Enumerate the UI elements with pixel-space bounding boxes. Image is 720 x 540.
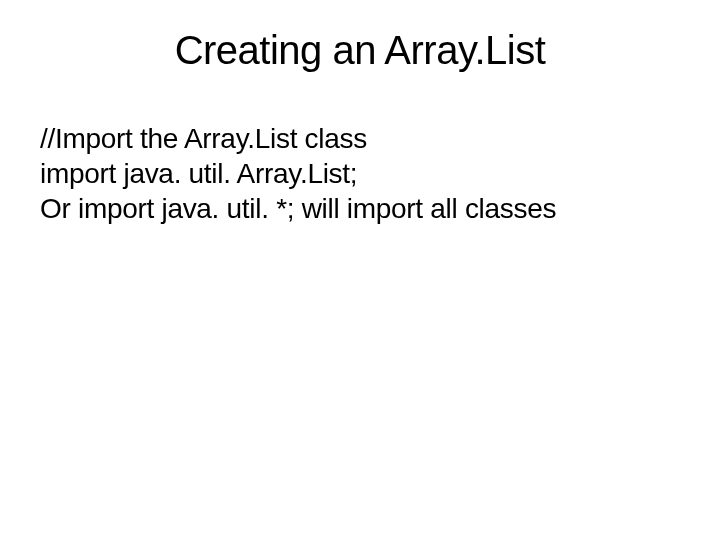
body-line-1: //Import the Array.List class [40,121,680,156]
body-line-2: import java. util. Array.List; [40,156,680,191]
slide-body: //Import the Array.List class import jav… [40,121,680,226]
slide-container: Creating an Array.List //Import the Arra… [0,0,720,540]
body-line-3: Or import java. util. *; will import all… [40,191,680,226]
slide-title: Creating an Array.List [40,28,680,73]
